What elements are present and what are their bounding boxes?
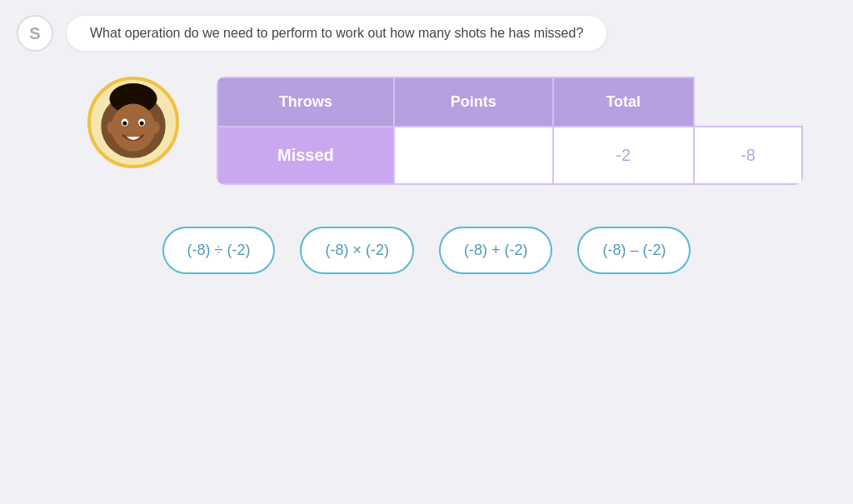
option-btn-2[interactable]: (-8) + (-2) (439, 227, 553, 274)
main-content: Throws Points Total Missed -2 -8 (-8) ÷ … (0, 60, 853, 274)
table-area: Throws Points Total Missed -2 -8 (50, 77, 803, 185)
row-label-missed: Missed (217, 127, 394, 184)
option-btn-3[interactable]: (-8) – (-2) (577, 227, 691, 274)
svg-point-6 (140, 121, 144, 125)
option-btn-0[interactable]: (-8) ÷ (-2) (162, 227, 276, 274)
row-total-value: -8 (694, 127, 802, 184)
row-points-value: -2 (553, 127, 694, 184)
option-btn-1[interactable]: (-8) × (-2) (300, 227, 414, 274)
logo-text: S (29, 24, 40, 43)
svg-point-2 (111, 104, 155, 152)
avatar-container (50, 77, 217, 168)
svg-point-8 (151, 122, 159, 133)
svg-point-5 (122, 121, 127, 125)
col-header-total: Total (553, 77, 694, 127)
top-bar: S What operation do we need to perform t… (0, 0, 853, 60)
logo: S (17, 15, 53, 52)
options-row: (-8) ÷ (-2) (-8) × (-2) (-8) + (-2) (-8)… (50, 227, 803, 274)
avatar (87, 77, 179, 168)
svg-point-7 (107, 122, 115, 133)
question-text: What operation do we need to perform to … (90, 26, 583, 40)
col-header-points: Points (394, 77, 553, 127)
question-bubble: What operation do we need to perform to … (67, 16, 606, 51)
data-table: Throws Points Total Missed -2 -8 (217, 77, 803, 185)
col-header-throws: Throws (217, 77, 394, 127)
row-throws-value (394, 127, 553, 184)
